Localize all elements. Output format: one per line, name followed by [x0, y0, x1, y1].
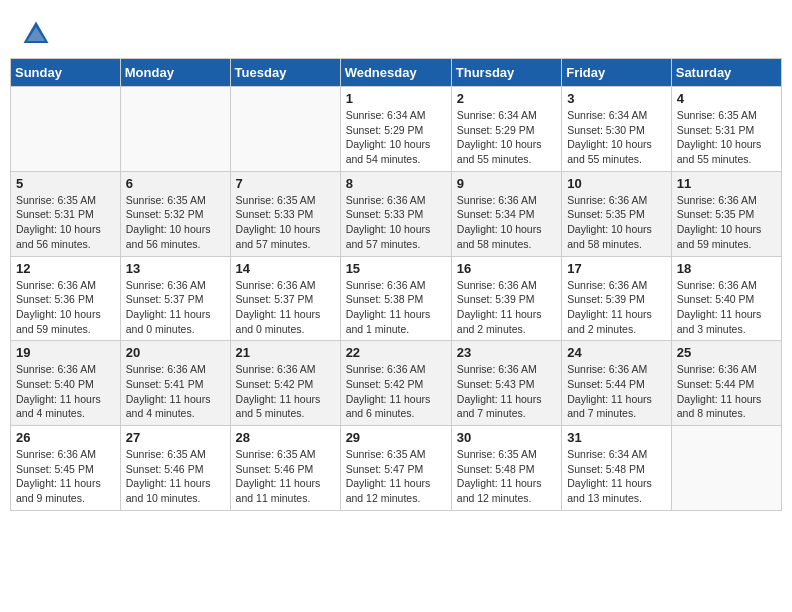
day-info: Sunrise: 6:36 AM Sunset: 5:37 PM Dayligh… — [126, 278, 225, 337]
calendar-cell: 13Sunrise: 6:36 AM Sunset: 5:37 PM Dayli… — [120, 256, 230, 341]
day-info: Sunrise: 6:36 AM Sunset: 5:36 PM Dayligh… — [16, 278, 115, 337]
day-info: Sunrise: 6:36 AM Sunset: 5:42 PM Dayligh… — [346, 362, 446, 421]
day-info: Sunrise: 6:36 AM Sunset: 5:37 PM Dayligh… — [236, 278, 335, 337]
day-number: 10 — [567, 176, 666, 191]
day-number: 24 — [567, 345, 666, 360]
day-number: 26 — [16, 430, 115, 445]
day-of-week-header: Thursday — [451, 59, 561, 87]
day-number: 4 — [677, 91, 776, 106]
day-info: Sunrise: 6:36 AM Sunset: 5:38 PM Dayligh… — [346, 278, 446, 337]
day-info: Sunrise: 6:35 AM Sunset: 5:48 PM Dayligh… — [457, 447, 556, 506]
calendar-week-row: 5Sunrise: 6:35 AM Sunset: 5:31 PM Daylig… — [11, 171, 782, 256]
day-number: 7 — [236, 176, 335, 191]
day-number: 27 — [126, 430, 225, 445]
day-info: Sunrise: 6:36 AM Sunset: 5:42 PM Dayligh… — [236, 362, 335, 421]
day-number: 21 — [236, 345, 335, 360]
day-info: Sunrise: 6:36 AM Sunset: 5:35 PM Dayligh… — [677, 193, 776, 252]
calendar-cell: 8Sunrise: 6:36 AM Sunset: 5:33 PM Daylig… — [340, 171, 451, 256]
day-info: Sunrise: 6:36 AM Sunset: 5:44 PM Dayligh… — [677, 362, 776, 421]
day-number: 5 — [16, 176, 115, 191]
calendar-cell: 2Sunrise: 6:34 AM Sunset: 5:29 PM Daylig… — [451, 87, 561, 172]
calendar-cell — [11, 87, 121, 172]
calendar-week-row: 26Sunrise: 6:36 AM Sunset: 5:45 PM Dayli… — [11, 426, 782, 511]
page-header — [10, 10, 782, 54]
calendar-week-row: 12Sunrise: 6:36 AM Sunset: 5:36 PM Dayli… — [11, 256, 782, 341]
day-number: 16 — [457, 261, 556, 276]
day-info: Sunrise: 6:34 AM Sunset: 5:29 PM Dayligh… — [346, 108, 446, 167]
day-number: 29 — [346, 430, 446, 445]
calendar-cell: 30Sunrise: 6:35 AM Sunset: 5:48 PM Dayli… — [451, 426, 561, 511]
day-info: Sunrise: 6:36 AM Sunset: 5:34 PM Dayligh… — [457, 193, 556, 252]
day-number: 31 — [567, 430, 666, 445]
day-info: Sunrise: 6:35 AM Sunset: 5:32 PM Dayligh… — [126, 193, 225, 252]
calendar-cell: 27Sunrise: 6:35 AM Sunset: 5:46 PM Dayli… — [120, 426, 230, 511]
day-info: Sunrise: 6:35 AM Sunset: 5:46 PM Dayligh… — [236, 447, 335, 506]
day-number: 28 — [236, 430, 335, 445]
day-info: Sunrise: 6:35 AM Sunset: 5:46 PM Dayligh… — [126, 447, 225, 506]
day-info: Sunrise: 6:34 AM Sunset: 5:29 PM Dayligh… — [457, 108, 556, 167]
calendar-cell: 17Sunrise: 6:36 AM Sunset: 5:39 PM Dayli… — [562, 256, 672, 341]
day-of-week-header: Friday — [562, 59, 672, 87]
day-number: 13 — [126, 261, 225, 276]
day-number: 14 — [236, 261, 335, 276]
day-number: 17 — [567, 261, 666, 276]
calendar-cell: 23Sunrise: 6:36 AM Sunset: 5:43 PM Dayli… — [451, 341, 561, 426]
calendar-cell: 29Sunrise: 6:35 AM Sunset: 5:47 PM Dayli… — [340, 426, 451, 511]
day-number: 8 — [346, 176, 446, 191]
day-info: Sunrise: 6:36 AM Sunset: 5:45 PM Dayligh… — [16, 447, 115, 506]
calendar-table: SundayMondayTuesdayWednesdayThursdayFrid… — [10, 58, 782, 511]
calendar-cell: 19Sunrise: 6:36 AM Sunset: 5:40 PM Dayli… — [11, 341, 121, 426]
day-info: Sunrise: 6:34 AM Sunset: 5:30 PM Dayligh… — [567, 108, 666, 167]
day-info: Sunrise: 6:36 AM Sunset: 5:40 PM Dayligh… — [16, 362, 115, 421]
day-info: Sunrise: 6:36 AM Sunset: 5:40 PM Dayligh… — [677, 278, 776, 337]
calendar-cell: 9Sunrise: 6:36 AM Sunset: 5:34 PM Daylig… — [451, 171, 561, 256]
day-of-week-header: Sunday — [11, 59, 121, 87]
calendar-cell: 26Sunrise: 6:36 AM Sunset: 5:45 PM Dayli… — [11, 426, 121, 511]
day-info: Sunrise: 6:34 AM Sunset: 5:48 PM Dayligh… — [567, 447, 666, 506]
calendar-cell: 4Sunrise: 6:35 AM Sunset: 5:31 PM Daylig… — [671, 87, 781, 172]
day-info: Sunrise: 6:35 AM Sunset: 5:31 PM Dayligh… — [677, 108, 776, 167]
day-info: Sunrise: 6:35 AM Sunset: 5:33 PM Dayligh… — [236, 193, 335, 252]
calendar-cell — [230, 87, 340, 172]
calendar-cell: 18Sunrise: 6:36 AM Sunset: 5:40 PM Dayli… — [671, 256, 781, 341]
calendar-cell: 24Sunrise: 6:36 AM Sunset: 5:44 PM Dayli… — [562, 341, 672, 426]
day-number: 19 — [16, 345, 115, 360]
calendar-cell: 1Sunrise: 6:34 AM Sunset: 5:29 PM Daylig… — [340, 87, 451, 172]
calendar-cell: 5Sunrise: 6:35 AM Sunset: 5:31 PM Daylig… — [11, 171, 121, 256]
calendar-header-row: SundayMondayTuesdayWednesdayThursdayFrid… — [11, 59, 782, 87]
day-number: 23 — [457, 345, 556, 360]
day-of-week-header: Wednesday — [340, 59, 451, 87]
calendar-week-row: 1Sunrise: 6:34 AM Sunset: 5:29 PM Daylig… — [11, 87, 782, 172]
calendar-cell: 31Sunrise: 6:34 AM Sunset: 5:48 PM Dayli… — [562, 426, 672, 511]
calendar-cell: 14Sunrise: 6:36 AM Sunset: 5:37 PM Dayli… — [230, 256, 340, 341]
calendar-cell: 28Sunrise: 6:35 AM Sunset: 5:46 PM Dayli… — [230, 426, 340, 511]
day-number: 2 — [457, 91, 556, 106]
day-number: 11 — [677, 176, 776, 191]
day-number: 25 — [677, 345, 776, 360]
day-number: 18 — [677, 261, 776, 276]
calendar-cell: 16Sunrise: 6:36 AM Sunset: 5:39 PM Dayli… — [451, 256, 561, 341]
day-info: Sunrise: 6:36 AM Sunset: 5:39 PM Dayligh… — [567, 278, 666, 337]
day-of-week-header: Tuesday — [230, 59, 340, 87]
calendar-cell: 22Sunrise: 6:36 AM Sunset: 5:42 PM Dayli… — [340, 341, 451, 426]
day-of-week-header: Monday — [120, 59, 230, 87]
calendar-cell — [120, 87, 230, 172]
calendar-cell: 3Sunrise: 6:34 AM Sunset: 5:30 PM Daylig… — [562, 87, 672, 172]
logo-icon — [20, 18, 52, 50]
calendar-cell: 12Sunrise: 6:36 AM Sunset: 5:36 PM Dayli… — [11, 256, 121, 341]
calendar-cell: 25Sunrise: 6:36 AM Sunset: 5:44 PM Dayli… — [671, 341, 781, 426]
calendar-cell: 7Sunrise: 6:35 AM Sunset: 5:33 PM Daylig… — [230, 171, 340, 256]
day-number: 1 — [346, 91, 446, 106]
calendar-cell: 10Sunrise: 6:36 AM Sunset: 5:35 PM Dayli… — [562, 171, 672, 256]
calendar-cell: 11Sunrise: 6:36 AM Sunset: 5:35 PM Dayli… — [671, 171, 781, 256]
day-info: Sunrise: 6:36 AM Sunset: 5:35 PM Dayligh… — [567, 193, 666, 252]
day-number: 30 — [457, 430, 556, 445]
day-info: Sunrise: 6:36 AM Sunset: 5:41 PM Dayligh… — [126, 362, 225, 421]
calendar-cell: 21Sunrise: 6:36 AM Sunset: 5:42 PM Dayli… — [230, 341, 340, 426]
day-info: Sunrise: 6:35 AM Sunset: 5:31 PM Dayligh… — [16, 193, 115, 252]
day-number: 22 — [346, 345, 446, 360]
day-number: 12 — [16, 261, 115, 276]
day-info: Sunrise: 6:36 AM Sunset: 5:43 PM Dayligh… — [457, 362, 556, 421]
calendar-cell: 15Sunrise: 6:36 AM Sunset: 5:38 PM Dayli… — [340, 256, 451, 341]
day-info: Sunrise: 6:36 AM Sunset: 5:39 PM Dayligh… — [457, 278, 556, 337]
